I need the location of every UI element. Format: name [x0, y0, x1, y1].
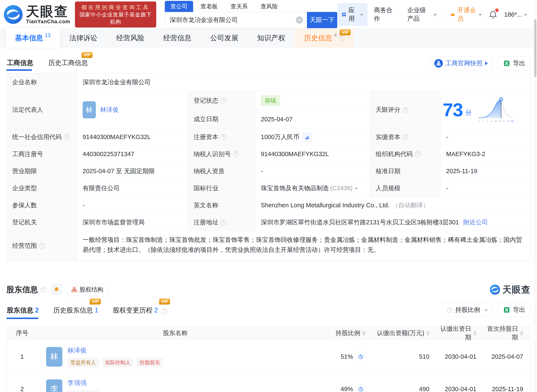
field-label: 经营范围 ?	[7, 231, 77, 261]
tab-operating-risk[interactable]: 经营风险	[107, 28, 154, 48]
pie-chart-icon[interactable]	[356, 385, 365, 392]
company-tabs: 基本信息 13 法律诉讼 经营风险 经营信息 公司发展 知识产权 VIP 历史信…	[0, 28, 537, 48]
tab-legal[interactable]: 法律诉讼	[60, 28, 107, 48]
staff-size-value: -	[441, 180, 530, 197]
svg-text:85: 85	[499, 120, 501, 122]
field-label: 注册地址 ?	[188, 214, 255, 231]
label-text: 英文名称	[193, 201, 218, 210]
search-button[interactable]: 天眼一下	[307, 12, 337, 28]
help-icon[interactable]: ?	[64, 134, 70, 140]
sort-icon[interactable]	[473, 331, 476, 336]
help-icon[interactable]: ?	[233, 151, 239, 157]
avatar: 林	[46, 347, 62, 367]
subtab-history-business-info[interactable]: VIP 历史工商信息	[48, 55, 88, 72]
taxpayer-quality-value: -	[255, 163, 370, 180]
legal-rep-link[interactable]: 林泽俊	[100, 106, 119, 114]
excel-icon	[503, 306, 510, 313]
search-tab-risk[interactable]: 查风险	[255, 1, 283, 12]
export-button[interactable]: 导出	[498, 303, 531, 317]
user-account[interactable]: 186*...	[504, 11, 527, 18]
apps-menu[interactable]: 应用	[337, 3, 367, 26]
value-text: 深圳市市场监督管理局	[83, 218, 145, 227]
search-tab-relation[interactable]: 查关系	[225, 1, 253, 12]
value-text: 91440300MAEFYKG32L	[83, 134, 151, 140]
shareholders-tabs: 股东信息2 VIP 历史股东信息1 VIP 股权变更历程2 ? ? 持股比例	[6, 302, 531, 320]
help-icon[interactable]: ?	[339, 35, 345, 41]
tab-intellectual-property[interactable]: 知识产权	[248, 28, 295, 48]
nav-vip[interactable]: 开通会员	[450, 6, 482, 23]
tab-history-shareholders[interactable]: VIP 历史股东信息1	[53, 302, 99, 320]
shareholder-link[interactable]: 林泽俊	[67, 347, 87, 354]
reg-capital-value: 1000万人民币	[255, 129, 370, 146]
tab-count: 1	[94, 307, 98, 314]
col-header-amount[interactable]: 认缴出资额(万元)	[373, 327, 437, 340]
first-date-cell: 2025-04-07	[484, 340, 530, 374]
tab-shareholders[interactable]: 股东信息2	[6, 302, 39, 320]
score-unit: 分	[465, 108, 472, 117]
help-icon[interactable]: ?	[403, 134, 408, 140]
date-text: 2030-04-01	[445, 386, 476, 392]
ratio-text: 51%	[341, 353, 353, 360]
pie-chart-icon[interactable]	[356, 352, 365, 361]
sort-icon[interactable]	[426, 331, 429, 336]
search-input[interactable]	[165, 12, 307, 28]
header-text: 股东名称	[163, 329, 188, 337]
help-icon[interactable]: ?	[162, 308, 168, 314]
subtab-business-info[interactable]: 工商信息	[6, 55, 34, 72]
tab-company-development[interactable]: 公司发展	[201, 28, 248, 48]
monitor-bell-button[interactable]	[51, 284, 62, 295]
svg-text:100: 100	[510, 120, 513, 122]
help-icon[interactable]: ?	[403, 107, 408, 113]
official-snapshot-button[interactable]: 工商官网快照	[429, 56, 493, 70]
ratio-label: 持股比例	[455, 306, 480, 314]
field-label: 人员规模	[370, 180, 441, 197]
scrollbar-thumb[interactable]	[534, 19, 536, 77]
tab-operating-info[interactable]: 经营信息	[154, 28, 201, 48]
company-name-value: 深圳市龙冶金业有限公司	[77, 74, 530, 91]
help-icon[interactable]: ?	[41, 287, 46, 293]
label-text: 企业名称	[12, 78, 37, 87]
notifications[interactable]	[488, 10, 498, 19]
shareholder-link[interactable]: 李强强	[67, 379, 87, 386]
help-icon[interactable]: ?	[415, 151, 421, 157]
col-header-first-date[interactable]: 首次持股日期	[484, 327, 530, 340]
sort-icon[interactable]	[520, 331, 523, 336]
export-button[interactable]: 导出	[498, 56, 531, 70]
tab-equity-change-history[interactable]: VIP 股权变更历程2 ?	[113, 302, 168, 320]
help-icon[interactable]: ?	[221, 219, 226, 225]
field-label: 纳税人资质	[188, 163, 255, 180]
page-scrollbar[interactable]	[534, 0, 537, 392]
sort-icon[interactable]	[363, 331, 365, 336]
notification-dot	[495, 9, 499, 12]
industry-value[interactable]: 珠宝首饰及有关物品制造 (C2438)	[255, 180, 370, 197]
help-icon[interactable]: ?	[221, 98, 226, 103]
col-header-pay-date[interactable]: 认缴出资日期	[437, 327, 484, 340]
nav-enterprise[interactable]: 企业级产品	[407, 6, 437, 23]
chevron-down-icon	[355, 188, 358, 190]
avatar: 林	[83, 101, 96, 118]
capital-chart-icon[interactable]	[302, 132, 312, 142]
col-header-index: 序号	[7, 327, 38, 340]
tab-label: 历史股东信息	[53, 307, 93, 314]
tab-basic-info[interactable]: 基本信息 13	[5, 28, 60, 48]
help-icon[interactable]: ?	[221, 134, 226, 140]
equity-structure-button[interactable]: 股权结构	[67, 283, 108, 296]
nearby-companies-link[interactable]: 附近公司	[463, 218, 488, 227]
label-text: 天眼评分	[376, 106, 400, 114]
help-icon[interactable]: ?	[39, 243, 45, 249]
vip-badge: VIP	[81, 52, 93, 58]
ratio-filter-button[interactable]: ? 持股比例	[442, 303, 493, 317]
logo[interactable]: 天眼查 TianYanCha.com	[3, 5, 70, 24]
tab-label: 法律诉讼	[69, 33, 98, 43]
auto-translate-note: （自动翻译）	[392, 201, 429, 210]
search-tab-boss[interactable]: 查老板	[195, 1, 223, 12]
active-underline	[6, 69, 32, 71]
clear-search-icon[interactable]: ✕	[296, 16, 303, 24]
nav-cooperation[interactable]: 商务合作	[374, 6, 394, 23]
search-tab-company[interactable]: 查公司	[165, 1, 193, 12]
value-text: 2025-11-19	[446, 168, 477, 175]
col-header-ratio[interactable]: 持股比例	[313, 327, 373, 340]
label-text: 登记状态	[193, 96, 218, 105]
tab-history-info[interactable]: VIP 历史信息 4 ?	[295, 28, 354, 48]
help-icon: ?	[447, 307, 453, 313]
